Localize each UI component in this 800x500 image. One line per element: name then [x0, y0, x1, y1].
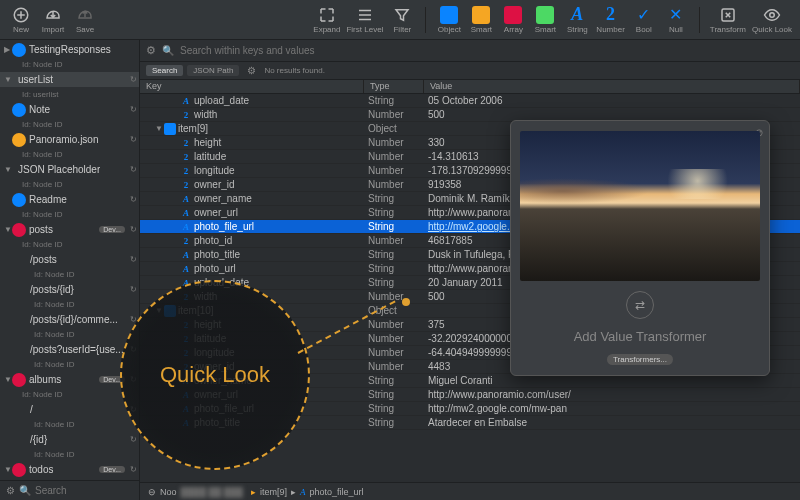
disclosure-icon[interactable]: ▼	[154, 306, 164, 315]
path-back-icon[interactable]: ⊖	[148, 487, 156, 497]
null-button[interactable]: ✕Null	[663, 6, 689, 34]
smart-label: Smart	[471, 25, 492, 34]
key-cell: owner_id	[194, 361, 235, 372]
search-input[interactable]	[180, 45, 794, 56]
refresh-icon[interactable]: ↻	[130, 405, 137, 414]
disclosure-icon[interactable]: ▶	[4, 45, 12, 54]
doc-icon	[12, 193, 26, 207]
key-cell: item[9]	[178, 123, 208, 134]
sidebar-item[interactable]: Note↻	[0, 102, 139, 117]
refresh-icon[interactable]: ↻	[130, 255, 137, 264]
disclosure-icon[interactable]: ▼	[4, 225, 12, 234]
transformers-pill[interactable]: Transformers...	[607, 354, 673, 365]
sidebar-item-id: Id: Node ID	[0, 177, 139, 192]
filter-settings-icon[interactable]: ⚙	[247, 65, 256, 76]
disclosure-icon[interactable]: ▼	[4, 465, 12, 474]
type-cell: String	[364, 249, 424, 260]
sidebar-item[interactable]: /↻	[0, 402, 139, 417]
sidebar-item-label: /	[30, 404, 33, 415]
first-level-button[interactable]: First Level	[346, 6, 383, 34]
import-button[interactable]: Import	[40, 6, 66, 34]
array-button[interactable]: Array	[500, 6, 526, 34]
refresh-icon[interactable]: ↻	[130, 105, 137, 114]
disclosure-icon[interactable]: ▼	[4, 75, 12, 84]
col-type[interactable]: Type	[364, 80, 424, 93]
path-seg[interactable]: photo_file_url	[309, 487, 363, 497]
number-type-icon: 2	[180, 165, 192, 177]
sidebar-item-id: Id: Node ID	[0, 57, 139, 72]
search-settings-icon[interactable]: ⚙	[146, 44, 156, 57]
key-cell: photo_id	[194, 235, 232, 246]
smart-array-button[interactable]: Smart	[532, 6, 558, 34]
sidebar-item[interactable]: ▶TestingResponses	[0, 42, 139, 57]
sidebar-item[interactable]: ▼todosDev...↻	[0, 462, 139, 477]
sidebar-item-label: userList	[18, 74, 53, 85]
refresh-icon[interactable]: ↻	[130, 285, 137, 294]
tab-jsonpath[interactable]: JSON Path	[187, 65, 239, 76]
sidebar-item[interactable]: /posts↻	[0, 252, 139, 267]
sidebar-item[interactable]: ▼albumsDev...↻	[0, 372, 139, 387]
tab-search[interactable]: Search	[146, 65, 183, 76]
number-button[interactable]: 2Number	[596, 6, 624, 34]
string-type-icon: A	[180, 389, 192, 401]
refresh-icon[interactable]: ↻	[130, 315, 137, 324]
refresh-icon[interactable]: ↻	[130, 435, 137, 444]
value-cell: Miguel Coranti	[424, 375, 800, 386]
type-cell: Number	[364, 235, 424, 246]
object-button[interactable]: Object	[436, 6, 462, 34]
gear-icon[interactable]: ⚙	[6, 485, 15, 496]
bool-button[interactable]: ✓Bool	[631, 6, 657, 34]
save-button[interactable]: Save	[72, 6, 98, 34]
sidebar-item-label: posts	[29, 224, 53, 235]
filter-button[interactable]: Filter	[389, 6, 415, 34]
expand-button[interactable]: Expand	[313, 6, 340, 34]
sidebar-item-id: Id: Node ID	[0, 417, 139, 432]
col-value[interactable]: Value	[424, 80, 800, 93]
add-transformer-button[interactable]: ⇄	[626, 291, 654, 319]
sidebar-item[interactable]: ▼postsDev...↻	[0, 222, 139, 237]
sidebar-item[interactable]: /posts?userId={use...↻	[0, 342, 139, 357]
disclosure-icon[interactable]: ▼	[154, 124, 164, 133]
refresh-icon[interactable]: ↻	[130, 75, 137, 84]
sidebar-item[interactable]: /{id}↻	[0, 432, 139, 447]
sidebar-item[interactable]: ▼JSON Placeholder↻	[0, 162, 139, 177]
env-pill[interactable]: Dev...	[99, 466, 125, 473]
path-seg[interactable]: Noo	[160, 487, 177, 497]
new-label: New	[13, 25, 29, 34]
transform-button[interactable]: Transform	[710, 6, 746, 34]
refresh-icon[interactable]: ↻	[130, 165, 137, 174]
type-cell: Object	[364, 123, 424, 134]
sidebar-item[interactable]: /posts/{id}/comme...↻	[0, 312, 139, 327]
smart-object-button[interactable]: Smart	[468, 6, 494, 34]
key-cell: owner_id	[194, 179, 235, 190]
path-seg[interactable]: item[9]	[260, 487, 287, 497]
disclosure-icon[interactable]: ▼	[4, 375, 12, 384]
new-button[interactable]: New	[8, 6, 34, 34]
col-key[interactable]: Key	[140, 80, 364, 93]
sidebar-item[interactable]: ▼userList↻	[0, 72, 139, 87]
search-bar: ⚙ 🔍	[140, 40, 800, 62]
sidebar-item[interactable]: Panoramio.json↻	[0, 132, 139, 147]
value-cell: 05 October 2006	[424, 95, 800, 106]
table-row[interactable]: Aphoto_file_urlStringhttp://mw2.google.c…	[140, 402, 800, 416]
env-pill[interactable]: Dev...	[99, 376, 125, 383]
table-row[interactable]: Aupload_dateString05 October 2006	[140, 94, 800, 108]
refresh-icon[interactable]: ↻	[130, 135, 137, 144]
refresh-icon[interactable]: ↻	[130, 225, 137, 234]
refresh-icon[interactable]: ↻	[130, 345, 137, 354]
table-row[interactable]: Aowner_nameStringMiguel Coranti	[140, 374, 800, 388]
table-row[interactable]: Aphoto_titleStringAtardecer en Embalse	[140, 416, 800, 430]
type-cell: String	[364, 263, 424, 274]
sidebar-item[interactable]: /posts/{id}↻	[0, 282, 139, 297]
env-pill[interactable]: Dev...	[99, 226, 125, 233]
refresh-icon[interactable]: ↻	[130, 375, 137, 384]
string-button[interactable]: AString	[564, 6, 590, 34]
quick-look-button[interactable]: Quick Look	[752, 6, 792, 34]
type-cell: String	[364, 403, 424, 414]
table-row[interactable]: Aowner_urlStringhttp://www.panoramio.com…	[140, 388, 800, 402]
sidebar-item[interactable]: Readme↻	[0, 192, 139, 207]
key-cell: latitude	[194, 333, 226, 344]
disclosure-icon[interactable]: ▼	[4, 165, 12, 174]
refresh-icon[interactable]: ↻	[130, 465, 137, 474]
refresh-icon[interactable]: ↻	[130, 195, 137, 204]
